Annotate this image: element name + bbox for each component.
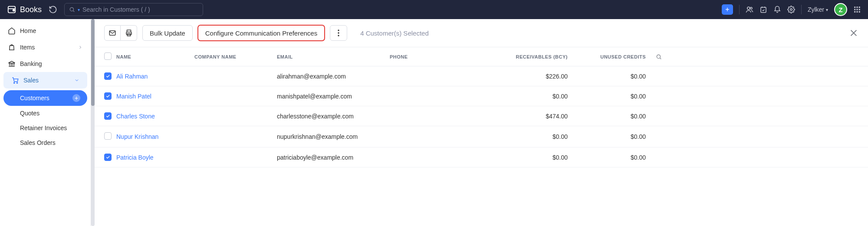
bell-icon[interactable] <box>773 6 781 13</box>
divider <box>801 5 802 14</box>
scrollbar-thumb[interactable] <box>91 19 95 106</box>
customer-name-link[interactable]: Ali Rahman <box>116 73 194 80</box>
svg-rect-11 <box>857 9 858 10</box>
th-email[interactable]: EMAIL <box>277 54 390 59</box>
quick-create-button[interactable]: + <box>722 4 733 15</box>
row-checkbox[interactable] <box>104 92 112 100</box>
th-company[interactable]: COMPANY NAME <box>194 54 277 59</box>
sidebar-item-label: Items <box>20 44 35 51</box>
svg-rect-13 <box>854 11 855 13</box>
users-icon[interactable] <box>746 6 753 13</box>
product-name: Books <box>20 5 42 14</box>
table-header: NAME COMPANY NAME EMAIL PHONE RECEIVABLE… <box>95 47 868 66</box>
svg-point-6 <box>790 9 792 11</box>
selection-count-text: 4 Customer(s) Selected <box>360 29 429 37</box>
svg-rect-7 <box>854 7 855 8</box>
table-row[interactable]: Charles Stonecharlesstone@example.com$47… <box>95 106 868 126</box>
sidebar-sub-quotes[interactable]: Quotes <box>3 106 87 121</box>
sidebar-sub-sales-orders[interactable]: Sales Orders <box>3 135 87 150</box>
sidebar-item-banking[interactable]: Banking <box>0 56 91 72</box>
mail-icon <box>108 29 116 37</box>
ellipsis-vertical-icon <box>338 29 339 36</box>
calendar-icon[interactable] <box>760 6 767 13</box>
bank-icon <box>8 60 16 68</box>
sidebar-item-home[interactable]: Home <box>0 23 91 39</box>
th-receivables[interactable]: RECEIVABLES (BCY) <box>485 54 572 59</box>
email-button[interactable] <box>104 25 121 41</box>
cell-email: alirahman@example.com <box>277 73 390 80</box>
chevron-right-icon <box>78 45 83 50</box>
app-logo[interactable]: Books <box>7 5 42 14</box>
sidebar-sub-label: Retainer Invoices <box>20 124 67 131</box>
sidebar-sub-customers[interactable]: Customers + <box>3 90 87 106</box>
org-name-label: Zylker <box>808 6 824 13</box>
column-search-icon[interactable] <box>650 54 667 60</box>
cell-receivables: $0.00 <box>485 93 572 100</box>
customer-name-link[interactable]: Charles Stone <box>116 113 194 120</box>
cell-unused-credits: $0.00 <box>572 93 650 100</box>
svg-rect-9 <box>859 7 860 8</box>
sidebar-item-sales[interactable]: Sales <box>3 72 87 88</box>
svg-point-3 <box>747 7 750 10</box>
svg-point-17 <box>16 82 17 83</box>
sidebar-item-label: Sales <box>23 77 39 84</box>
select-all-checkbox[interactable] <box>104 52 112 60</box>
row-checkbox[interactable] <box>104 112 112 120</box>
customers-table: NAME COMPANY NAME EMAIL PHONE RECEIVABLE… <box>95 47 868 226</box>
sidebar-item-label: Banking <box>20 60 42 67</box>
svg-rect-12 <box>859 9 860 10</box>
customer-name-link[interactable]: Manish Patel <box>116 93 194 100</box>
row-checkbox[interactable] <box>104 154 112 161</box>
gear-icon[interactable] <box>787 6 795 13</box>
divider <box>739 5 740 14</box>
global-search[interactable]: ▾ <box>64 3 203 16</box>
home-icon <box>8 27 16 35</box>
cell-email: patriciaboyle@example.com <box>277 154 390 161</box>
sidebar-item-items[interactable]: Items <box>0 39 91 56</box>
print-icon <box>125 29 133 37</box>
table-row[interactable]: Ali Rahmanalirahman@example.com$226.00$0… <box>95 66 868 86</box>
apps-grid-icon[interactable] <box>853 6 861 13</box>
customer-name-link[interactable]: Nupur Krishnan <box>116 133 194 140</box>
row-checkbox[interactable] <box>104 132 112 140</box>
more-actions-button[interactable] <box>330 25 347 41</box>
cell-email: nupurkrishnan@example.com <box>277 133 390 140</box>
sidebar: Home Items Banking Sales Customers + Quo… <box>0 19 91 226</box>
sidebar-sub-label: Sales Orders <box>20 139 56 146</box>
chevron-down-icon: ▾ <box>826 7 828 12</box>
bulk-update-button[interactable]: Bulk Update <box>142 25 193 41</box>
th-phone[interactable]: PHONE <box>390 54 485 59</box>
search-scope-caret[interactable]: ▾ <box>78 7 80 12</box>
svg-point-4 <box>750 7 752 10</box>
svg-point-21 <box>338 29 339 31</box>
svg-rect-10 <box>854 9 855 10</box>
svg-rect-15 <box>859 11 860 13</box>
svg-point-1 <box>13 10 15 11</box>
sidebar-scrollbar[interactable] <box>91 19 95 226</box>
sidebar-item-label: Home <box>20 27 36 34</box>
search-input[interactable] <box>82 6 198 13</box>
cell-unused-credits: $0.00 <box>572 154 650 161</box>
row-checkbox[interactable] <box>104 72 112 80</box>
sidebar-sub-retainer-invoices[interactable]: Retainer Invoices <box>3 121 87 135</box>
cell-unused-credits: $0.00 <box>572 133 650 140</box>
table-row[interactable]: Patricia Boylepatriciaboyle@example.com$… <box>95 147 868 167</box>
sidebar-sub-label: Customers <box>20 95 49 102</box>
customer-name-link[interactable]: Patricia Boyle <box>116 154 194 161</box>
svg-rect-14 <box>857 11 858 13</box>
th-name[interactable]: NAME <box>116 54 194 59</box>
table-row[interactable]: Manish Patelmanishpatel@example.com$0.00… <box>95 86 868 106</box>
table-row[interactable]: Nupur Krishnannupurkrishnan@example.com$… <box>95 126 868 147</box>
books-logo-icon <box>7 5 16 14</box>
close-icon[interactable] <box>849 28 858 38</box>
th-unused-credits[interactable]: UNUSED CREDITS <box>572 54 650 59</box>
refresh-icon[interactable] <box>49 5 57 14</box>
bag-icon <box>8 43 16 51</box>
org-switcher[interactable]: Zylker ▾ <box>808 6 828 13</box>
avatar[interactable]: Z <box>834 3 847 16</box>
cell-receivables: $0.00 <box>485 154 572 161</box>
cell-receivables: $474.00 <box>485 113 572 120</box>
add-customer-icon[interactable]: + <box>72 94 80 102</box>
configure-communication-button[interactable]: Configure Communication Preferences <box>198 25 325 41</box>
print-button[interactable] <box>121 25 137 41</box>
